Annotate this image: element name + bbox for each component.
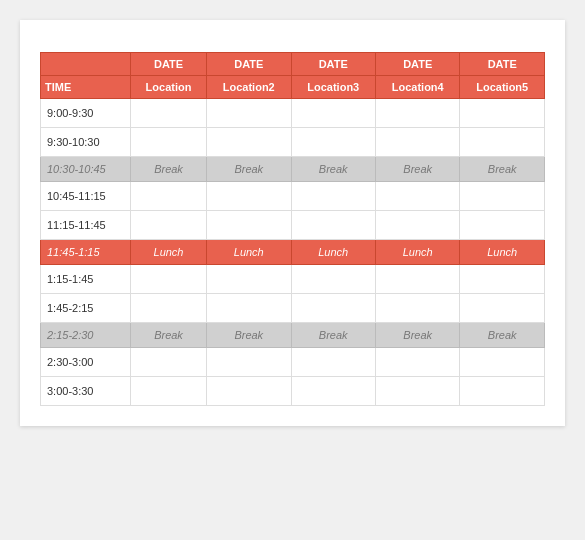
date-time-header [41,53,131,76]
table-row: 10:30-10:45BreakBreakBreakBreakBreak [41,157,545,182]
location-4-header: Location4 [375,76,459,99]
time-cell: 10:30-10:45 [41,157,131,182]
location-5-header: Location5 [460,76,545,99]
schedule-cell [291,128,375,157]
table-row: 11:15-11:45 [41,211,545,240]
schedule-cell [131,211,207,240]
schedule-cell [207,377,291,406]
table-row: 3:00-3:30 [41,377,545,406]
date-col-2: DATE [207,53,291,76]
table-row: 2:30-3:00 [41,348,545,377]
time-cell: 9:30-10:30 [41,128,131,157]
schedule-cell: Break [375,323,459,348]
location-3-header: Location3 [291,76,375,99]
time-cell: 2:30-3:00 [41,348,131,377]
schedule-table: DATE DATE DATE DATE DATE TIME Location L… [40,52,545,406]
schedule-cell [207,128,291,157]
schedule-cell [291,99,375,128]
schedule-cell [375,99,459,128]
schedule-cell [375,294,459,323]
table-row: 2:15-2:30BreakBreakBreakBreakBreak [41,323,545,348]
schedule-cell [291,265,375,294]
schedule-cell: Break [460,157,545,182]
location-header-row: TIME Location Location2 Location3 Locati… [41,76,545,99]
schedule-cell [291,294,375,323]
schedule-cell: Lunch [291,240,375,265]
date-header-row: DATE DATE DATE DATE DATE [41,53,545,76]
time-cell: 11:45-1:15 [41,240,131,265]
schedule-cell: Break [131,157,207,182]
time-header: TIME [41,76,131,99]
time-cell: 1:15-1:45 [41,265,131,294]
schedule-cell: Break [291,157,375,182]
schedule-cell [207,211,291,240]
schedule-cell [291,377,375,406]
schedule-cell [375,211,459,240]
schedule-cell [131,294,207,323]
schedule-cell: Lunch [207,240,291,265]
schedule-cell: Break [207,157,291,182]
schedule-cell [460,265,545,294]
table-row: 11:45-1:15LunchLunchLunchLunchLunch [41,240,545,265]
schedule-cell [460,211,545,240]
schedule-cell [460,294,545,323]
schedule-cell: Lunch [460,240,545,265]
table-row: 9:00-9:30 [41,99,545,128]
schedule-cell [291,348,375,377]
schedule-cell [375,348,459,377]
schedule-cell [207,294,291,323]
time-cell: 3:00-3:30 [41,377,131,406]
schedule-cell [460,182,545,211]
schedule-cell [131,128,207,157]
schedule-cell [460,377,545,406]
table-row: 10:45-11:15 [41,182,545,211]
date-col-1: DATE [131,53,207,76]
table-row: 1:45-2:15 [41,294,545,323]
schedule-cell: Break [375,157,459,182]
schedule-cell [460,128,545,157]
location-2-header: Location2 [207,76,291,99]
schedule-cell: Break [131,323,207,348]
date-col-4: DATE [375,53,459,76]
schedule-cell [291,211,375,240]
time-cell: 1:45-2:15 [41,294,131,323]
schedule-cell [460,348,545,377]
schedule-cell: Lunch [375,240,459,265]
schedule-cell: Break [207,323,291,348]
schedule-cell [375,128,459,157]
schedule-cell [375,377,459,406]
schedule-cell [207,348,291,377]
location-1-header: Location [131,76,207,99]
schedule-cell [207,265,291,294]
schedule-cell [131,348,207,377]
time-cell: 9:00-9:30 [41,99,131,128]
date-col-5: DATE [460,53,545,76]
table-row: 9:30-10:30 [41,128,545,157]
schedule-cell [131,265,207,294]
time-cell: 11:15-11:45 [41,211,131,240]
schedule-cell [375,265,459,294]
schedule-body: 9:00-9:309:30-10:3010:30-10:45BreakBreak… [41,99,545,406]
schedule-cell [291,182,375,211]
time-cell: 10:45-11:15 [41,182,131,211]
schedule-cell: Break [291,323,375,348]
schedule-cell [131,377,207,406]
schedule-cell: Lunch [131,240,207,265]
date-col-3: DATE [291,53,375,76]
schedule-cell [207,99,291,128]
schedule-cell [131,99,207,128]
page-container: DATE DATE DATE DATE DATE TIME Location L… [20,20,565,426]
schedule-cell [375,182,459,211]
schedule-cell: Break [460,323,545,348]
schedule-cell [460,99,545,128]
table-row: 1:15-1:45 [41,265,545,294]
schedule-cell [207,182,291,211]
schedule-cell [131,182,207,211]
time-cell: 2:15-2:30 [41,323,131,348]
